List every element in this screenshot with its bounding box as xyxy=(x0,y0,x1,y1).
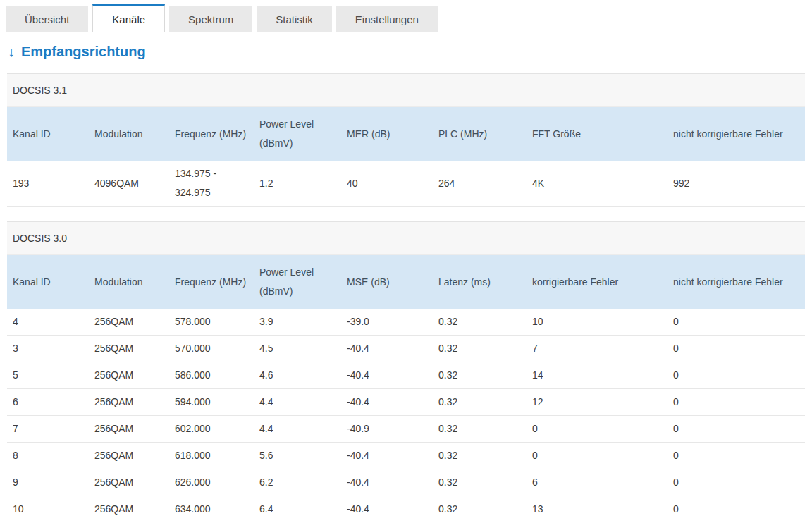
table-row: 6256QAM594.0004.4-40.40.32120 xyxy=(7,389,805,416)
table-row: 10256QAM634.0006.4-40.40.32130 xyxy=(7,496,805,516)
table-cell: 9 xyxy=(7,469,89,496)
table-cell: 0.32 xyxy=(433,443,527,469)
table-cell: 0 xyxy=(527,443,668,469)
column-header-power-level-dbmv: Power Level (dBmV) xyxy=(254,255,341,309)
table-cell: 3 xyxy=(7,336,89,362)
table-cell: 570.000 xyxy=(169,336,254,362)
tab-bar: ÜbersichtKanäleSpektrumStatistikEinstell… xyxy=(0,0,812,32)
table-cell: 7 xyxy=(527,336,668,362)
table-cell: 1.2 xyxy=(254,161,341,207)
docsis-channel-page: ÜbersichtKanäleSpektrumStatistikEinstell… xyxy=(0,0,812,516)
table-cell: 0 xyxy=(668,336,805,362)
table-row: 5256QAM586.0004.6-40.40.32140 xyxy=(7,362,805,389)
table-cell: 10 xyxy=(527,309,668,336)
table-cell: 0 xyxy=(668,362,805,389)
table-cell: 4 xyxy=(7,309,89,336)
table-cell: 4.6 xyxy=(254,362,341,389)
column-header-fft-groesse: FFT Größe xyxy=(527,107,668,161)
table-cell: 0 xyxy=(527,416,668,443)
table-row: 3256QAM570.0004.5-40.40.3270 xyxy=(7,336,805,362)
table-cell: 0 xyxy=(668,389,805,416)
table-cell: 0.32 xyxy=(433,362,527,389)
column-header-modulation: Modulation xyxy=(89,107,169,161)
table-cell: 40 xyxy=(341,161,433,207)
column-header-mse-db: MSE (dB) xyxy=(341,255,433,309)
table-cell: 6 xyxy=(7,389,89,416)
table-cell: 13 xyxy=(527,496,668,516)
table-cell: 992 xyxy=(668,161,805,207)
table-cell: 256QAM xyxy=(89,309,169,336)
table-header-row: Kanal IDModulationFrequenz (MHz)Power Le… xyxy=(7,255,805,309)
table-cell: 7 xyxy=(7,416,89,443)
tables-container: DOCSIS 3.1Kanal IDModulationFrequenz (MH… xyxy=(0,73,812,516)
table-cell: 4.4 xyxy=(254,416,341,443)
table-row: 8256QAM618.0005.6-40.40.3200 xyxy=(7,443,805,469)
tab-kanaele[interactable]: Kanäle xyxy=(92,4,165,32)
table-docsis-3-1: DOCSIS 3.1Kanal IDModulationFrequenz (MH… xyxy=(7,73,805,207)
table-cell: -40.9 xyxy=(341,416,433,443)
table-cell: 0.32 xyxy=(433,389,527,416)
table-cell: 586.000 xyxy=(169,362,254,389)
table-cell: 4.4 xyxy=(254,389,341,416)
table-cell: -40.4 xyxy=(341,389,433,416)
tab-spektrum[interactable]: Spektrum xyxy=(169,6,252,32)
column-header-korrigierbare-fehler: korrigierbare Fehler xyxy=(527,255,668,309)
tab-uebersicht[interactable]: Übersicht xyxy=(6,6,88,32)
down-arrow-icon: ↓ xyxy=(8,43,15,60)
table-cell: 256QAM xyxy=(89,416,169,443)
table-cell: 0.32 xyxy=(433,496,527,516)
table-cell: -40.4 xyxy=(341,443,433,469)
table-cell: 578.000 xyxy=(169,309,254,336)
column-header-frequenz-mhz: Frequenz (MHz) xyxy=(169,255,254,309)
page-title: Empfangsrichtung xyxy=(21,43,146,60)
column-header-modulation: Modulation xyxy=(89,255,169,309)
table-docsis-3-0: DOCSIS 3.0Kanal IDModulationFrequenz (MH… xyxy=(7,221,805,516)
table-section-title: DOCSIS 3.0 xyxy=(7,221,805,255)
table-cell: 256QAM xyxy=(89,443,169,469)
table-cell: 256QAM xyxy=(89,362,169,389)
table-cell: 6.4 xyxy=(254,496,341,516)
table-cell: 4.5 xyxy=(254,336,341,362)
table-cell: 256QAM xyxy=(89,336,169,362)
section-heading: ↓ Empfangsrichtung xyxy=(0,32,812,73)
column-header-mer-db: MER (dB) xyxy=(341,107,433,161)
table-cell: -39.0 xyxy=(341,309,433,336)
table-cell: 0 xyxy=(668,469,805,496)
table-cell: -40.4 xyxy=(341,496,433,516)
column-header-latenz-ms: Latenz (ms) xyxy=(433,255,527,309)
table-cell: 602.000 xyxy=(169,416,254,443)
table-cell: 626.000 xyxy=(169,469,254,496)
tab-statistik[interactable]: Statistik xyxy=(257,6,332,32)
table-row: 4256QAM578.0003.9-39.00.32100 xyxy=(7,309,805,336)
table-cell: 264 xyxy=(433,161,527,207)
table-cell: 8 xyxy=(7,443,89,469)
table-cell: 0.32 xyxy=(433,309,527,336)
table-row: 1934096QAM134.975 - 324.9751.2402644K992 xyxy=(7,161,805,207)
table-cell: -40.4 xyxy=(341,362,433,389)
table-cell: 134.975 - 324.975 xyxy=(169,161,254,207)
table-cell: 618.000 xyxy=(169,443,254,469)
table-cell: 0 xyxy=(668,443,805,469)
table-cell: 0 xyxy=(668,309,805,336)
tab-einstellungen[interactable]: Einstellungen xyxy=(336,6,438,32)
table-row: 9256QAM626.0006.2-40.40.3260 xyxy=(7,469,805,496)
column-header-kanal-id: Kanal ID xyxy=(7,107,89,161)
table-cell: 256QAM xyxy=(89,389,169,416)
table-cell: 256QAM xyxy=(89,496,169,516)
table-cell: 14 xyxy=(527,362,668,389)
table-cell: 0.32 xyxy=(433,336,527,362)
channel-table: Kanal IDModulationFrequenz (MHz)Power Le… xyxy=(7,255,805,516)
table-cell: 256QAM xyxy=(89,469,169,496)
column-header-kanal-id: Kanal ID xyxy=(7,255,89,309)
table-cell: 6 xyxy=(527,469,668,496)
table-cell: 3.9 xyxy=(254,309,341,336)
table-cell: -40.4 xyxy=(341,469,433,496)
table-cell: 5.6 xyxy=(254,443,341,469)
table-cell: 0 xyxy=(668,496,805,516)
table-header-row: Kanal IDModulationFrequenz (MHz)Power Le… xyxy=(7,107,805,161)
table-cell: 0 xyxy=(668,416,805,443)
table-cell: 0.32 xyxy=(433,416,527,443)
table-cell: 4K xyxy=(527,161,668,207)
column-header-power-level-dbmv: Power Level (dBmV) xyxy=(254,107,341,161)
table-section-title: DOCSIS 3.1 xyxy=(7,73,805,107)
